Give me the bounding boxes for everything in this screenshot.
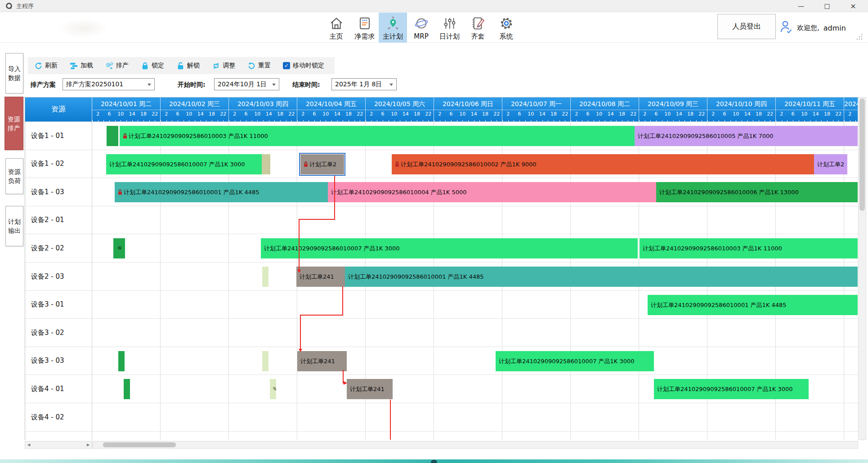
sidebar-tab-导入数据[interactable]: 导入数据 <box>5 53 23 93</box>
chevron-down-icon <box>389 84 393 86</box>
chevron-down-icon <box>272 84 276 86</box>
gantt-bar-work-order[interactable]: 计划工单24102909092586010007 产品1K 3000 <box>496 351 654 371</box>
move-lock-checkbox-group[interactable]: ✓移动时锁定 <box>283 62 324 70</box>
hour-label: 14 <box>197 111 204 117</box>
toolbar-button-加载[interactable]: 加载 <box>70 62 93 70</box>
day-header-2024/10/11: 2024/10/11 周五2610141822 <box>776 98 844 122</box>
chart-h-scrollbar-thumb[interactable] <box>103 442 176 447</box>
toolbar-button-label: 重置 <box>258 62 271 70</box>
user-area: 欢迎您, admin <box>779 18 846 38</box>
hour-label: 18 <box>140 111 147 117</box>
toolbar-button-重置[interactable]: 重置 <box>247 62 271 70</box>
sidebar-tab-label: 计划 <box>8 218 21 226</box>
gantt-bar-work-order[interactable]: 计划工单24102909092586010006 产品1K 13000 <box>656 182 858 202</box>
gantt-row <box>92 403 858 432</box>
gantt-bar-work-order[interactable]: 计划工单241 <box>296 267 345 287</box>
start-date-select[interactable]: 2024年10月 1日 <box>214 78 279 90</box>
toolbar-button-刷新[interactable]: 刷新 <box>34 62 58 70</box>
gantt-bar-small[interactable]: W <box>113 238 125 258</box>
nav-item-MRP[interactable]: MRP <box>407 13 435 43</box>
gantt-bar-work-order[interactable]: 计划工单24102909092586010004 产品1K 5000 <box>328 182 656 202</box>
hour-label: 2 <box>233 111 236 117</box>
day-header-2024/10/12: 2024/10/12 周六2610141822 <box>844 98 858 122</box>
nav-item-系统[interactable]: 系统 <box>492 13 520 43</box>
minimize-button[interactable]: — <box>792 0 810 12</box>
toolbar-button-label: 加载 <box>81 62 93 70</box>
checkbox-checked-icon[interactable]: ✓ <box>283 62 290 69</box>
gantt-bar-small[interactable] <box>107 126 118 146</box>
toolbar-button-锁定[interactable]: 锁定 <box>141 62 164 70</box>
nav-item-日计划[interactable]: 日计划 <box>435 13 464 43</box>
sidebar-tab-资源负荷[interactable]: 资源负荷 <box>5 158 23 194</box>
gantt-bar-work-order[interactable]: 计划工单24102909092586010007 产品1K 3000 <box>654 379 809 399</box>
gantt-bar-small[interactable] <box>262 267 268 287</box>
user-name: admin <box>823 24 846 32</box>
lock-icon <box>118 189 122 195</box>
sidebar-tab-计划输出[interactable]: 计划输出 <box>5 206 23 246</box>
sidebar-tab-label: 导入 <box>8 65 21 73</box>
hour-label: 10 <box>528 111 534 117</box>
toolbar-button-label: 排产 <box>116 62 129 70</box>
gantt-bar-small[interactable] <box>262 351 268 371</box>
bar-label: 计划工单24102909092586010007 产品1K 3000 <box>109 154 245 174</box>
gantt-bar-small[interactable] <box>262 154 270 174</box>
nav-item-齐套[interactable]: 齐套 <box>464 13 492 43</box>
sidebar-tab-资源排产[interactable]: 资源排产 <box>4 97 23 150</box>
toolbar-button-调整[interactable]: 调整 <box>212 62 235 70</box>
hour-label: 6 <box>108 111 111 117</box>
hour-label: 18 <box>756 111 762 117</box>
hour-label: 18 <box>209 111 215 117</box>
hour-label: 18 <box>277 111 283 117</box>
nav-item-主计划[interactable]: 主计划 <box>379 13 407 43</box>
hour-label: 10 <box>186 111 192 117</box>
vertical-scrollbar-thumb[interactable] <box>859 98 865 211</box>
sidebar-tab-label: 负荷 <box>8 177 21 185</box>
sidebar-tab-label: 资源 <box>8 168 21 176</box>
gantt-bar-selected[interactable]: 计划工单2 <box>300 154 344 174</box>
resource-row-label: 设备3 - 02 <box>25 319 92 347</box>
logout-button[interactable]: 人员登出 <box>717 14 776 39</box>
vertical-scrollbar[interactable] <box>858 97 866 440</box>
nav-item-净需求[interactable]: 净需求 <box>350 13 379 43</box>
gantt-bar-work-order[interactable]: 计划工单24102909092586010002 产品1K 9000 <box>392 154 814 174</box>
scroll-right-icon[interactable]: ▶ <box>85 441 92 448</box>
nav-item-label: 系统 <box>500 32 513 41</box>
day-header-2024/10/06: 2024/10/06 周日2610141822 <box>434 98 502 122</box>
nav-item-主页[interactable]: 主页 <box>322 13 350 43</box>
gantt-bar-work-order[interactable]: 计划工单241 <box>297 351 347 371</box>
toolbar-button-排产[interactable]: 排产 <box>105 62 129 70</box>
gantt-bar-small[interactable] <box>118 351 125 371</box>
hour-label: 14 <box>266 111 272 117</box>
close-button[interactable]: × <box>844 0 863 12</box>
chart-h-scrollbar[interactable] <box>92 441 858 449</box>
plan-select[interactable]: 排产方案20250101 <box>63 78 155 90</box>
resource-row-label: 设备4 - 02 <box>25 403 92 432</box>
gantt-bar-work-order[interactable]: 计划工单24102909092586010007 产品1K 3000 <box>106 154 262 174</box>
gantt-bar-work-order[interactable]: 计划工单24102909092586010001 产品1K 4485 <box>345 267 858 287</box>
gantt-bar-work-order[interactable]: 计划工单24102909092586010005 产品1K 7000 <box>635 126 858 146</box>
end-date-select[interactable]: 2025年 1月 8日 <box>331 78 397 90</box>
gantt-bar-work-order[interactable]: 计划工单2 <box>814 154 847 174</box>
date-label: 2024/10/02 周三 <box>161 98 228 110</box>
hour-label: 14 <box>608 111 614 117</box>
resource-h-scrollbar[interactable]: ◀ ▶ <box>25 441 92 449</box>
schedule-gears-icon <box>105 62 114 70</box>
gantt-bar-small[interactable] <box>124 379 130 399</box>
hour-label: 22 <box>562 111 568 117</box>
scroll-left-icon[interactable]: ◀ <box>25 441 32 448</box>
hour-label: 14 <box>129 111 135 117</box>
gantt-bar-work-order[interactable]: 计划工单24102909092586010001 产品1K 4485 <box>648 295 858 315</box>
gantt-bar-work-order[interactable]: 计划工单24102909092586010001 产品1K 4485 <box>115 182 328 202</box>
gantt-bar-work-order[interactable]: 计划工单24102909092586010007 产品1K 3000 <box>261 238 638 258</box>
gantt-bar-work-order[interactable]: 计划工单24102909092586010003 产品1K 11000 <box>120 126 635 146</box>
bar-label: 计划工单24102909092586010005 产品1K 7000 <box>638 126 774 146</box>
hour-label: 2 <box>643 111 646 117</box>
gantt-bar-work-order[interactable]: 计划工单24102909092586010003 产品1K 11000 <box>640 238 858 258</box>
globe-icon <box>414 16 429 31</box>
gantt-bar-work-order[interactable]: 计划工单241 <box>347 379 393 399</box>
maximize-button[interactable]: □ <box>818 0 837 12</box>
gantt-bar-small[interactable]: % <box>270 379 276 399</box>
sliders-icon <box>442 16 457 31</box>
toolbar-button-解锁[interactable]: 解锁 <box>176 62 200 70</box>
day-header-2024/10/08: 2024/10/08 周二2610141822 <box>571 98 639 122</box>
